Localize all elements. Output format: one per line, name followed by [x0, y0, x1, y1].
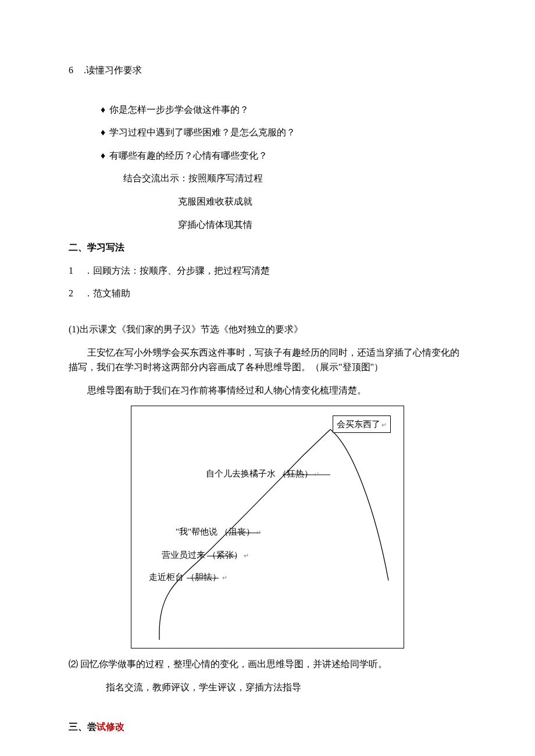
chart-container: 会买东西了↵ 自个儿去换橘子水 （狂热）↵ "我"帮他说 （沮丧）↵ 营业员过来…: [131, 406, 404, 648]
item-6-text: .读懂习作要求: [84, 63, 142, 78]
chart-label-1: "我"帮他说 （沮丧）↵: [176, 525, 261, 539]
chart-label-3: 走近柜台 （胆怯）↵: [149, 570, 227, 584]
chart-line-icon: [131, 406, 405, 649]
bullet-2-text: 学习过程中遇到了哪些困难？是怎么克服的？: [109, 125, 295, 140]
spacer: [69, 703, 466, 719]
method-2-num: 2: [69, 286, 81, 301]
sub-point-2-label: ⑵: [69, 659, 78, 669]
bullet-3: ♦ 有哪些有趣的经历？心情有哪些变化？: [69, 148, 466, 163]
chart-label-0-text: 自个儿去换橘子水: [206, 469, 276, 478]
diamond-bullet-icon: ♦: [97, 102, 109, 117]
bullet-1-text: 你是怎样一步步学会做这件事的？: [109, 102, 249, 117]
chart-label-2-text: 营业员过来: [162, 550, 205, 560]
chart-label-0-mood: （狂热）: [278, 469, 313, 478]
sub-point-2-text: 回忆你学做事的过程，整理心情的变化，画出思维导图，并讲述给同学听。: [80, 659, 387, 669]
exchange-line: 结合交流出示：按照顺序写清过程: [69, 171, 466, 186]
section-3-pre: 三、尝: [69, 722, 97, 732]
method-2-text: ．范文辅助: [84, 286, 130, 301]
method-1-num: 1: [69, 263, 81, 278]
word-mark-icon: ↵: [314, 471, 319, 478]
paragraph-2: 思维导图有助于我们在习作前将事情经过和人物心情变化梳理清楚。: [69, 383, 466, 398]
sub-point-2-detail: 指名交流，教师评议，学生评议，穿插方法指导: [69, 680, 466, 695]
mind-map-chart: 会买东西了↵ 自个儿去换橘子水 （狂热）↵ "我"帮他说 （沮丧）↵ 营业员过来…: [69, 406, 466, 648]
method-1-text: ．回顾方法：按顺序、分步骤，把过程写清楚: [84, 263, 270, 278]
chart-label-1-text: "我"帮他说: [176, 527, 217, 536]
word-mark-icon: ↵: [244, 552, 249, 559]
sub-point-1-label: (1): [69, 324, 80, 334]
chart-label-0: 自个儿去换橘子水 （狂热）↵: [206, 467, 319, 481]
diamond-bullet-icon: ♦: [97, 125, 109, 140]
sub-point-1: (1)出示课文《我们家的男子汉》节选《他对独立的要求》: [69, 322, 466, 337]
sub-line-2: 穿插心情体现其情: [69, 217, 466, 232]
section-3-red: 试修改: [97, 722, 124, 732]
bullet-2: ♦ 学习过程中遇到了哪些困难？是怎么克服的？: [69, 125, 466, 140]
spacer: [69, 309, 466, 322]
chart-label-3-mood: （胆怯）: [186, 572, 221, 582]
bullet-1: ♦ 你是怎样一步步学会做这件事的？: [69, 102, 466, 117]
section-3-heading: 三、尝试修改: [69, 719, 466, 734]
chart-top-text: 会买东西了: [337, 420, 380, 429]
chart-label-1-mood: （沮丧）: [220, 527, 255, 536]
chart-label-2: 营业员过来 （紧张）↵: [162, 548, 249, 562]
chart-top-box: 会买东西了↵: [333, 415, 391, 433]
spacer: [69, 86, 466, 102]
method-1: 1 ．回顾方法：按顺序、分步骤，把过程写清楚: [69, 263, 466, 278]
chart-label-2-mood: （紧张）: [208, 550, 242, 560]
method-2: 2 ．范文辅助: [69, 286, 466, 301]
word-mark-icon: ↵: [381, 421, 387, 428]
sub-line-1: 克服困难收获成就: [69, 194, 466, 209]
diamond-bullet-icon: ♦: [97, 148, 109, 163]
sub-point-1-text: 出示课文《我们家的男子汉》节选《他对独立的要求》: [80, 324, 303, 334]
sub-point-2: ⑵ 回忆你学做事的过程，整理心情的变化，画出思维导图，并讲述给同学听。: [69, 657, 466, 672]
chart-label-3-text: 走近柜台: [149, 572, 184, 582]
paragraph-1: 王安忆在写小外甥学会买东西这件事时，写孩子有趣经历的同时，还适当穿插了心情变化的…: [69, 345, 466, 375]
bullet-3-text: 有哪些有趣的经历？心情有哪些变化？: [109, 148, 268, 163]
item-6: 6 .读懂习作要求: [69, 63, 466, 78]
section-2-heading: 二、学习写法: [69, 240, 466, 255]
word-mark-icon: ↵: [222, 574, 227, 581]
word-mark-icon: ↵: [256, 529, 261, 536]
item-6-num: 6: [69, 63, 81, 78]
